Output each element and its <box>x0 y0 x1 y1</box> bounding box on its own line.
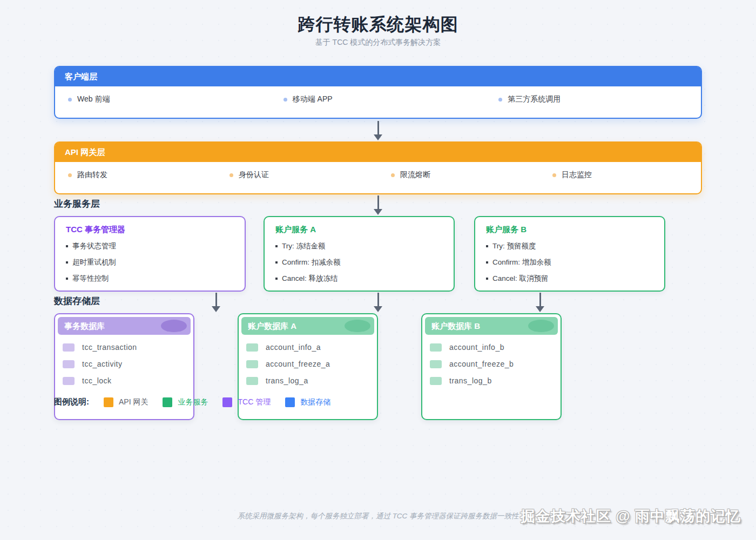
arrow-down-tcc-to-db <box>212 293 220 312</box>
tcc-item: 事务状态管理 <box>66 241 245 251</box>
client-layer-box: 客户端层 Web 前端 移动端 APP 第三方系统调用 <box>54 66 702 119</box>
page-title: 跨行转账系统架构图 <box>0 13 756 37</box>
tcc-item: 超时重试机制 <box>66 258 245 267</box>
tcc-item-label: 幂等性控制 <box>72 274 109 284</box>
square-bullet-icon <box>486 261 488 264</box>
legend-title: 图例说明: <box>54 397 89 407</box>
gateway-item-label: 路由转发 <box>77 170 107 180</box>
service-a-item-label: Confirm: 扣减余额 <box>282 258 341 267</box>
db-cylinder-highlight-icon <box>161 320 187 332</box>
tcc-item-label: 超时重试机制 <box>72 258 116 267</box>
db-table-row: trans_log_b <box>430 376 561 385</box>
legend-swatch-purple-icon <box>222 397 232 407</box>
account-service-a-box: 账户服务 A Try: 冻结金额 Confirm: 扣减余额 Cancel: 释… <box>264 216 455 292</box>
square-bullet-icon <box>66 245 68 247</box>
service-a-item-label: Cancel: 释放冻结 <box>282 274 338 284</box>
table-chip-icon <box>430 377 442 385</box>
db-table-row: account_info_b <box>430 343 561 352</box>
arrow-head-icon <box>374 134 382 140</box>
bullet-dot-icon <box>284 98 287 102</box>
tcc-manager-box: TCC 事务管理器 事务状态管理 超时重试机制 幂等性控制 <box>54 216 246 292</box>
table-chip-icon <box>63 377 75 385</box>
legend-item-api-gateway: API 网关 <box>104 397 148 407</box>
bullet-dot-icon <box>391 173 395 177</box>
db-table-row: account_freeze_a <box>246 360 377 368</box>
db-table-name: account_freeze_b <box>449 360 514 368</box>
account-service-b-title: 账户服务 B <box>486 225 664 235</box>
account-database-b-header: 账户数据库 B <box>425 317 558 335</box>
table-chip-icon <box>430 343 442 352</box>
db-table-name: tcc_transaction <box>82 343 137 352</box>
account-service-a-title: 账户服务 A <box>275 225 454 235</box>
arrow-down-service-b-to-db <box>536 293 544 312</box>
client-layer-header: 客户端层 <box>55 67 701 86</box>
square-bullet-icon <box>486 278 488 280</box>
db-table-row: tcc_lock <box>63 376 193 385</box>
client-item-label: Web 前端 <box>77 94 110 104</box>
arrow-down-client-to-gateway <box>374 121 382 140</box>
service-b-item: Cancel: 取消预留 <box>486 274 664 284</box>
table-chip-icon <box>246 360 258 368</box>
service-b-item: Confirm: 增加余额 <box>486 258 664 267</box>
transaction-database-header: 事务数据库 <box>58 317 191 335</box>
account-database-a-title: 账户数据库 A <box>248 321 296 330</box>
arrow-line <box>377 195 379 209</box>
account-database-b-box: 账户数据库 B account_info_b account_freeze_b … <box>421 313 562 420</box>
account-database-b-title: 账户数据库 B <box>431 321 480 330</box>
client-item-mobile-app: 移动端 APP <box>271 94 486 104</box>
legend-item-label: TCC 管理 <box>238 397 271 407</box>
client-item-label: 移动端 APP <box>293 94 333 104</box>
service-a-item-label: Try: 冻结金额 <box>282 241 326 251</box>
table-chip-icon <box>246 343 258 352</box>
service-b-item-label: Confirm: 增加余额 <box>492 258 551 267</box>
client-item-web: Web 前端 <box>55 94 271 104</box>
legend-item-label: 数据存储 <box>300 397 330 407</box>
square-bullet-icon <box>66 278 68 280</box>
table-chip-icon <box>246 377 258 385</box>
client-item-third-party: 第三方系统调用 <box>485 94 701 104</box>
service-b-item: Try: 预留额度 <box>486 241 664 251</box>
account-database-a-header: 账户数据库 A <box>241 317 374 335</box>
legend-swatch-blue-icon <box>285 397 295 407</box>
bullet-dot-icon <box>498 98 502 102</box>
square-bullet-icon <box>275 261 278 264</box>
page-subtitle: 基于 TCC 模式的分布式事务解决方案 <box>0 38 756 48</box>
arrow-head-icon <box>536 306 544 312</box>
square-bullet-icon <box>486 245 488 247</box>
db-table-name: account_freeze_a <box>266 360 330 368</box>
db-table-name: trans_log_b <box>449 376 492 385</box>
business-layer-label: 业务服务层 <box>54 198 100 210</box>
transaction-database-title: 事务数据库 <box>64 321 105 330</box>
legend-swatch-green-icon <box>163 397 172 407</box>
arrow-head-icon <box>212 306 220 312</box>
bullet-dot-icon <box>230 173 233 177</box>
gateway-item-label: 日志监控 <box>562 170 592 180</box>
tcc-manager-title: TCC 事务管理器 <box>66 225 245 235</box>
watermark: 掘金技术社区 @ 雨中飘荡的记忆 <box>521 507 741 526</box>
bullet-dot-icon <box>552 173 556 177</box>
legend-item-tcc-manager: TCC 管理 <box>222 397 271 407</box>
service-b-item-label: Cancel: 取消预留 <box>492 274 549 284</box>
arrow-down-service-a-to-db <box>374 293 382 312</box>
gateway-item-log-monitor: 日志监控 <box>539 170 701 180</box>
gateway-layer-items: 路由转发 身份认证 限流熔断 日志监控 <box>55 162 701 180</box>
gateway-layer-header: API 网关层 <box>55 143 701 162</box>
arrow-down-gateway-to-business <box>374 195 382 215</box>
db-table-name: account_info_b <box>449 343 504 352</box>
account-service-b-box: 账户服务 B Try: 预留额度 Confirm: 增加余额 Cancel: 取… <box>474 216 665 292</box>
legend-swatch-orange-icon <box>104 397 113 407</box>
bullet-dot-icon <box>68 98 72 102</box>
arrow-line <box>215 293 217 306</box>
gateway-item-label: 限流熔断 <box>400 170 430 180</box>
table-chip-icon <box>63 343 75 352</box>
legend-item-label: API 网关 <box>119 397 148 407</box>
db-table-name: tcc_activity <box>82 360 122 368</box>
gateway-item-auth: 身份认证 <box>217 170 378 180</box>
db-table-row: account_freeze_b <box>430 360 561 368</box>
bullet-dot-icon <box>68 173 72 177</box>
arrow-head-icon <box>374 306 382 312</box>
service-b-item-label: Try: 预留额度 <box>492 241 536 251</box>
db-cylinder-highlight-icon <box>528 320 554 332</box>
db-table-row: trans_log_a <box>246 376 377 385</box>
table-chip-icon <box>430 360 442 368</box>
